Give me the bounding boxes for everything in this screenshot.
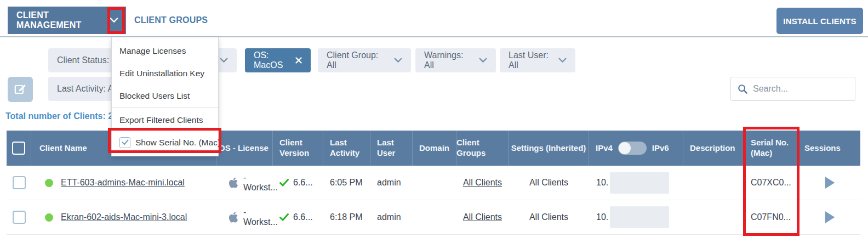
- client-version-text: 6.6...: [293, 178, 313, 188]
- filter-warnings-label: Warnings: All: [424, 50, 472, 70]
- filter-last-activity-label: Last Activity: A: [57, 84, 113, 94]
- apple-icon: [229, 177, 238, 189]
- chevron-down-icon: [220, 58, 228, 63]
- client-groups-link[interactable]: All Clients: [463, 178, 502, 188]
- header-client-groups[interactable]: Client Groups: [456, 131, 509, 166]
- online-status-icon: [45, 213, 53, 222]
- filter-last-user[interactable]: Last User: All: [500, 48, 575, 72]
- chevron-down-icon: [479, 58, 487, 63]
- chevron-down-icon: [394, 58, 402, 63]
- last-user-text: admin: [370, 200, 413, 234]
- description-text: [683, 166, 744, 200]
- toggle-knob: [619, 142, 631, 154]
- header-settings[interactable]: Settings (Inherited): [509, 131, 589, 166]
- version-ok-check-icon: [279, 213, 289, 221]
- domain-text: [413, 166, 456, 200]
- settings-text: All Clients: [509, 200, 589, 234]
- redacted-ip-block: [610, 206, 669, 228]
- show-serial-checkbox[interactable]: [119, 137, 130, 148]
- show-serial-label: Show Serial No. (Mac): [135, 138, 220, 148]
- header-ip: IPv4 IPv6: [589, 131, 683, 166]
- header-last-user[interactable]: Last User: [370, 131, 413, 166]
- tab-client-management[interactable]: CLIENT MANAGEMENT: [8, 7, 126, 34]
- header-sessions[interactable]: Sessions: [799, 131, 860, 166]
- menu-item-edit-uninstallation-key[interactable]: Edit Uninstallation Key: [112, 62, 218, 84]
- filter-client-group-label: Client Group: All: [327, 50, 387, 70]
- last-activity-text: 6:18 PM: [323, 200, 370, 234]
- last-activity-text: 6:05 PM: [323, 166, 370, 200]
- tab-client-groups[interactable]: CLIENT GROUPS: [134, 7, 208, 34]
- ipv4-ipv6-toggle[interactable]: [618, 142, 647, 155]
- menu-item-export-filtered-clients[interactable]: Export Filtered Clients: [112, 109, 218, 131]
- row-checkbox[interactable]: [13, 176, 26, 189]
- select-all-checkbox[interactable]: [12, 142, 25, 155]
- ipv6-label: IPv6: [652, 143, 669, 154]
- client-version-text: 6.6...: [293, 212, 313, 222]
- domain-text: [413, 200, 456, 234]
- filter-os-macos[interactable]: OS: MacOS: [245, 48, 311, 72]
- apple-icon: [229, 211, 238, 223]
- total-clients-count: Total number of Clients: 2: [5, 111, 113, 121]
- row-checkbox[interactable]: [13, 211, 26, 224]
- filter-client-group[interactable]: Client Group: All: [318, 48, 411, 72]
- filter-last-user-label: Last User: All: [509, 50, 552, 70]
- client-management-label: CLIENT MANAGEMENT: [16, 10, 110, 30]
- header-client-version[interactable]: Client Version: [273, 131, 323, 166]
- play-sessions-button[interactable]: [824, 176, 836, 189]
- table-row: ETT-603-admins-Mac-mini.local - Workst..…: [7, 166, 860, 200]
- chevron-down-icon[interactable]: [110, 18, 118, 23]
- play-sessions-button[interactable]: [824, 211, 836, 224]
- table-row: Ekran-602-aids-Mac-mini-3.local - Workst…: [7, 200, 860, 235]
- redacted-ip-block: [610, 172, 669, 194]
- serial-no-text: C07XC0...: [744, 166, 799, 200]
- install-clients-button[interactable]: INSTALL CLIENTS: [776, 8, 863, 34]
- client-management-dropdown-menu: Manage Licenses Edit Uninstallation Key …: [111, 37, 219, 156]
- header-os-license[interactable]: OS - License: [216, 131, 273, 166]
- version-ok-check-icon: [279, 179, 289, 187]
- online-status-icon: [45, 179, 53, 187]
- menu-item-show-serial-no-mac[interactable]: Show Serial No. (Mac): [112, 131, 218, 154]
- client-groups-link[interactable]: All Clients: [463, 212, 502, 222]
- header-serial-no-mac[interactable]: Serial No. (Mac): [744, 131, 799, 166]
- settings-text: All Clients: [509, 166, 589, 200]
- ipv4-label: IPv4: [596, 143, 613, 154]
- client-management-screen: CLIENT MANAGEMENT CLIENT GROUPS INSTALL …: [0, 0, 868, 237]
- filter-warnings[interactable]: Warnings: All: [415, 48, 496, 72]
- ip-prefix-text: 10.: [596, 212, 608, 222]
- menu-divider: [112, 108, 218, 108]
- filter-client-status-label: Client Status:: [57, 55, 109, 65]
- client-name-link[interactable]: Ekran-602-aids-Mac-mini-3.local: [61, 212, 187, 222]
- edit-filters-button[interactable]: [8, 77, 33, 102]
- menu-item-blocked-users-list[interactable]: Blocked Users List: [112, 84, 218, 107]
- last-user-text: admin: [370, 166, 413, 200]
- search-box: [730, 77, 855, 101]
- serial-no-text: C07FN0...: [744, 200, 799, 234]
- menu-item-manage-licenses[interactable]: Manage Licenses: [112, 40, 218, 62]
- filter-os-label: OS: MacOS: [254, 50, 289, 70]
- header-description[interactable]: Description: [683, 131, 744, 166]
- client-name-link[interactable]: ETT-603-admins-Mac-mini.local: [61, 178, 185, 188]
- header-last-activity[interactable]: Last Activity: [323, 131, 370, 166]
- search-icon: [738, 84, 747, 94]
- pencil-square-icon: [13, 82, 27, 97]
- description-text: [683, 200, 744, 234]
- header-select-all: [7, 131, 31, 166]
- chevron-down-icon: [558, 58, 567, 63]
- ip-prefix-text: 10.: [596, 178, 608, 188]
- search-input[interactable]: [753, 84, 848, 94]
- close-icon[interactable]: [295, 57, 302, 64]
- header-domain[interactable]: Domain: [413, 131, 456, 166]
